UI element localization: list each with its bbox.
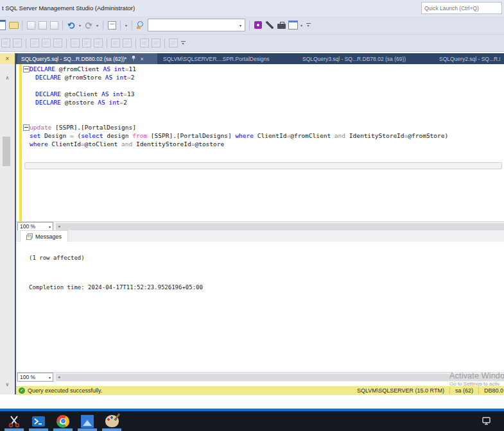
taskbar-app-powershell[interactable] [26,411,51,431]
undo-dropdown-icon[interactable]: ▾ [77,23,83,28]
toolbar-separator [249,21,250,30]
scroll-left-icon[interactable]: ◂ [58,224,60,229]
messages-icon [26,233,33,240]
code-line-2: DECLARE @fromStore AS int=2 [35,73,135,81]
taskbar-app-photos[interactable] [75,411,100,431]
document-tab-1[interactable]: SQLQuery5.sql - SQ...R.DB80.02 (sa (62))… [17,53,157,64]
photos-icon [81,415,94,428]
code-token: AS [98,99,109,106]
messages-zoom-select[interactable]: 100 % ▾ [17,373,53,382]
taskbar-app-chrome[interactable] [51,411,75,431]
database-combo-input[interactable] [148,22,236,28]
window-layout-icon[interactable] [287,19,299,31]
comment-icon[interactable] [139,37,150,49]
quick-launch-box[interactable] [421,2,502,14]
code-token: and [335,132,349,139]
toolbar-overflow-icon[interactable]: ▾ [179,41,187,45]
script-icon[interactable] [106,19,117,31]
undo-icon[interactable] [65,19,77,31]
results-tab-bar: Messages [16,230,504,242]
cut-icon[interactable] [25,19,37,31]
left-pane-strip: × ∧ ∨ [0,53,16,394]
network-icon[interactable] [482,417,492,425]
pin-icon[interactable] [131,55,136,62]
scroll-left-icon[interactable]: ◂ [58,375,60,380]
toolbox-icon[interactable] [275,19,287,31]
code-line-10: where ClientId=@toClient and IdentitySto… [30,140,224,148]
design-query-icon[interactable] [52,37,64,49]
taskbar-app-paint[interactable] [100,411,124,431]
code-token: ClientId [51,140,81,148]
code-editor[interactable]: DECLARE @fromClient AS int=11DECLARE @fr… [16,64,504,221]
tab-messages[interactable]: Messages [20,230,68,242]
script-dropdown-icon[interactable]: ▾ [123,23,129,28]
select-query-icon[interactable] [29,37,40,49]
new-query-icon[interactable] [0,19,8,31]
paste-icon[interactable] [48,19,60,31]
activate-windows-watermark: Activate Windows Go to Settings to activ [449,371,504,387]
code-token: @toClient [85,140,121,148]
code-token: int [112,90,123,97]
find-icon[interactable] [135,19,146,31]
open-file-icon[interactable] [8,19,19,31]
code-token: @tostore [195,140,224,148]
status-message: Query executed successfully. [28,387,102,394]
taskbar-active-indicator [78,428,97,431]
code-token: Design [44,132,70,139]
code-token: 13 [127,90,134,97]
taskbar-app-snipping-tool[interactable] [2,411,26,431]
code-token: = [70,132,77,139]
message-line-2 [29,266,504,280]
copy-icon[interactable] [37,19,48,31]
results-grid-icon[interactable] [81,37,92,49]
indent-increase-icon[interactable] [121,37,133,49]
indent-decrease-icon[interactable] [110,37,121,49]
scroll-up-icon[interactable]: ∧ [0,75,15,81]
toolbar-separator [22,21,22,30]
document-tab-2[interactable]: SQLVM\SQLSERVER....SPR.PortalDesigns [159,53,297,64]
status-database: DB80.0 [484,387,503,394]
results-text-icon[interactable] [69,37,81,49]
wrench-icon[interactable] [264,19,275,31]
database-combo[interactable]: ▾ [148,19,245,31]
document-tab-4[interactable]: SQLQuery2.sql - SQ...R.DB4066 (sa [435,53,504,64]
status-separator [449,387,450,394]
toolbar-separator [132,21,132,30]
chrome-icon [56,415,69,428]
code-token: int [114,65,125,72]
pane-close-button[interactable]: × [0,53,15,64]
redo-dropdown-icon[interactable]: ▾ [94,23,100,28]
taskbar-active-indicator [53,428,73,431]
editor-hscrollbar[interactable]: ◂ [56,223,504,230]
document-tab-3[interactable]: SQLQuery3.sql - SQ...R.DB78.02 (sa (69)) [299,53,433,64]
bookmark-icon[interactable] [168,37,179,49]
toolbar-separator [62,21,63,30]
scroll-down-icon[interactable]: ∨ [0,382,15,387]
save-icon[interactable] [0,37,12,49]
results-file-icon[interactable] [92,37,104,49]
uncomment-icon[interactable] [150,37,162,49]
combo-dropdown-icon[interactable]: ▾ [236,23,245,28]
tab-label: SQLQuery5.sql - SQ...R.DB80.02 (sa (62))… [21,56,126,62]
edit-query-icon[interactable] [40,37,52,49]
redo-icon[interactable] [83,19,94,31]
code-fold-icon[interactable] [23,66,30,72]
code-token: design [107,132,132,139]
code-token: AS [101,90,112,97]
code-fold-icon[interactable] [23,124,30,131]
plugin-icon[interactable] [252,19,264,31]
scrollbar-thumb[interactable] [3,137,10,166]
editor-zoom-select[interactable]: 100 % ▾ [17,222,53,231]
code-token: select [81,132,107,139]
save-all-icon[interactable] [12,37,23,49]
tab-close-icon[interactable]: × [140,56,143,62]
code-token: from [132,132,151,139]
window-layout-dropdown-icon[interactable]: ▾ [299,23,304,28]
code-token: [SSPR].[PortalDesigns] [151,132,236,139]
taskbar-active-indicator [29,428,48,431]
toolbar-overflow-icon[interactable]: ▾ [304,23,312,27]
code-token: @tostore [65,99,98,106]
quick-launch-input[interactable] [422,5,501,12]
messages-hscrollbar[interactable]: ◂ [56,374,504,381]
paint-icon [105,415,119,427]
